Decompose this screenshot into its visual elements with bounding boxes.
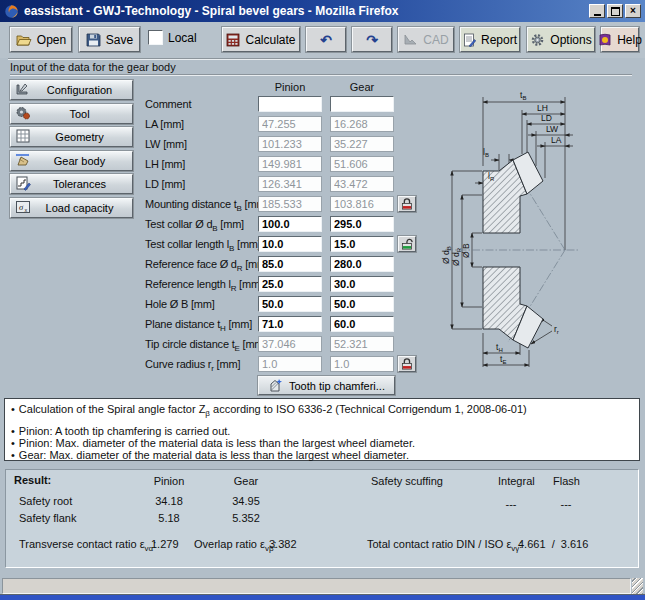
calculate-button[interactable]: Calculate — [222, 27, 300, 52]
cad-label: CAD — [423, 33, 448, 47]
field-label-mounting-distance: Mounting distance tB [mm] — [145, 198, 268, 213]
field-label-tip-circle-distance: Tip circle distance tE [mm] — [145, 338, 266, 353]
gear-la-input — [330, 116, 394, 132]
total-contact-ratio: Total contact ratio DIN / ISO εvγ: — [367, 538, 522, 553]
safety-root-gear: 34.95 — [218, 495, 274, 507]
dim-label-th: tH — [496, 342, 503, 353]
safety-root-label: Safety root — [19, 495, 72, 507]
dim-label-lb: lB — [483, 147, 489, 158]
resize-grip[interactable] — [632, 578, 643, 594]
transverse-contact-ratio-value: 1.279 — [151, 538, 179, 550]
help-button[interactable]: Help — [601, 27, 639, 52]
close-button[interactable]: × — [625, 4, 641, 18]
gear-comment-input[interactable] — [330, 96, 394, 112]
field-label-test-collar-diameter: Test collar Ø dB [mm] — [145, 218, 244, 233]
drafting-square-icon — [15, 81, 31, 99]
tooth-tip-chamfering-button[interactable]: Tooth tip chamferi... — [258, 376, 395, 395]
overlap-ratio-value: 3.382 — [269, 538, 297, 550]
dim-label-la: LA — [551, 135, 562, 145]
result-panel: Result: Pinion Gear Safety scuffing Inte… — [5, 469, 639, 568]
field-label-reference-length: Reference length lR [mm] — [145, 278, 263, 293]
calculator-icon — [226, 33, 240, 47]
svg-text:x: x — [25, 207, 28, 213]
sigma-icon: σx — [15, 199, 31, 217]
chart-pencil-icon — [15, 175, 31, 193]
gear-body-diagram: tB LH LD LW LA lB lR Ø dB Ø dR Ø B tH tE… — [412, 74, 642, 396]
save-floppy-icon — [86, 33, 101, 47]
cad-icon — [403, 33, 418, 46]
gear-column-header: Gear — [330, 81, 394, 93]
local-checkbox[interactable] — [148, 30, 163, 45]
message-line: •Calculation of the Spiral angle factor … — [11, 403, 633, 418]
title-bar: eassistant - GWJ-Technology - Spiral bev… — [0, 0, 645, 22]
toolbar-separator — [8, 58, 580, 60]
gear-test-collar-diameter-input[interactable] — [330, 216, 394, 232]
dim-label-bore: Ø B — [461, 243, 471, 258]
application-window: eassistant - GWJ-Technology - Spiral bev… — [0, 0, 645, 600]
sidebar-item-label: Tool — [31, 108, 128, 120]
open-folder-icon — [16, 33, 32, 47]
pinion-column-header: Pinion — [258, 81, 322, 93]
sidebar-item-configuration[interactable]: Configuration — [10, 80, 133, 100]
sidebar-item-label: Tolerances — [31, 178, 128, 190]
sidebar-item-load-capacity[interactable]: σxLoad capacity — [10, 198, 133, 218]
local-label: Local — [168, 31, 197, 45]
open-label: Open — [37, 33, 66, 47]
field-label-plane-distance: Plane distance tH [mm] — [145, 318, 252, 333]
save-button[interactable]: Save — [79, 27, 140, 52]
dim-label-tb: tB — [520, 90, 526, 101]
sidebar-item-tool[interactable]: Tool — [10, 104, 133, 124]
pinion-ld-input — [258, 176, 322, 192]
safety-root-pinion: 34.18 — [141, 495, 197, 507]
open-button[interactable]: Open — [10, 27, 72, 52]
result-col-gear: Gear — [218, 475, 274, 487]
field-label-hole-diameter: Hole Ø B [mm] — [145, 298, 215, 310]
dim-label-te: tE — [500, 354, 506, 365]
pinion-reference-face-diameter-input[interactable] — [258, 256, 322, 272]
window-bottom-border — [0, 595, 645, 600]
dim-label-lw: LW — [546, 124, 558, 134]
sidebar-item-gear-body[interactable]: Gear body — [10, 151, 133, 171]
close-icon: × — [630, 6, 636, 16]
field-label-ld: LD [mm] — [145, 178, 185, 190]
gears-icon — [15, 105, 31, 123]
gear-test-collar-length-input[interactable] — [330, 236, 394, 252]
field-label-reference-face-diameter: Reference face Ø dR [mm] — [145, 258, 269, 273]
maximize-button[interactable] — [607, 4, 623, 18]
gear-plane-distance-input[interactable] — [330, 316, 394, 332]
pinion-comment-input[interactable] — [258, 96, 322, 112]
sidebar-item-tolerances[interactable]: Tolerances — [10, 174, 133, 194]
scuffing-flash-value: --- — [546, 498, 586, 510]
firefox-icon — [4, 4, 19, 19]
gear-mounting-distance-input — [330, 196, 394, 212]
pinion-hole-diameter-input[interactable] — [258, 296, 322, 312]
window-title: eassistant - GWJ-Technology - Spiral bev… — [24, 4, 399, 18]
report-button[interactable]: Report — [460, 27, 520, 52]
pinion-test-collar-diameter-input[interactable] — [258, 216, 322, 232]
message-line: •Gear: Max. diameter of the material dat… — [11, 449, 633, 461]
result-col-integral: Integral — [498, 475, 535, 487]
pinion-reference-length-input[interactable] — [258, 276, 322, 292]
sidebar-item-geometry[interactable]: Geometry — [10, 127, 133, 147]
minimize-icon — [594, 14, 601, 16]
redo-button[interactable]: ↷ — [352, 27, 392, 52]
undo-button[interactable]: ↶ — [306, 27, 346, 52]
pinion-test-collar-length-input[interactable] — [258, 236, 322, 252]
minimize-button[interactable] — [589, 4, 605, 18]
redo-icon: ↷ — [366, 33, 378, 47]
pinion-la-input — [258, 116, 322, 132]
gear-reference-face-diameter-input[interactable] — [330, 256, 394, 272]
chamfer-icon — [268, 378, 283, 393]
field-label-curve-radius: Curve radius rr [mm] — [145, 358, 240, 373]
gear-reference-length-input[interactable] — [330, 276, 394, 292]
gear-hole-diameter-input[interactable] — [330, 296, 394, 312]
help-label: Help — [617, 33, 642, 47]
pinion-plane-distance-input[interactable] — [258, 316, 322, 332]
help-book-icon — [598, 33, 612, 47]
options-button[interactable]: Options — [527, 27, 595, 52]
dim-label-rr: rr — [554, 324, 559, 335]
field-label-lh: LH [mm] — [145, 158, 185, 170]
sidebar-item-label: Geometry — [31, 131, 128, 143]
sidebar-item-label: Load capacity — [31, 202, 128, 214]
safety-flank-pinion: 5.18 — [141, 512, 197, 524]
